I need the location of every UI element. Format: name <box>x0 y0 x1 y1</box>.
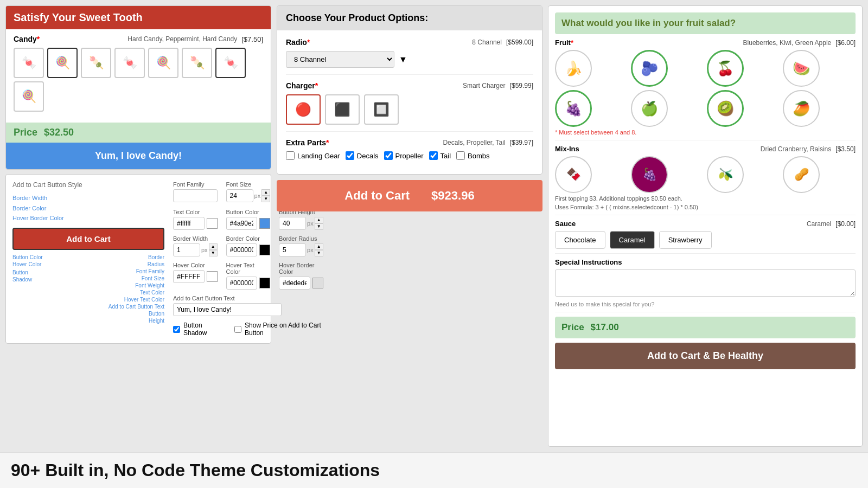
candy-add-to-cart-button[interactable]: Yum, I love Candy! <box>6 143 271 169</box>
add-to-cart-healthy-button[interactable]: Add to Cart & Be Healthy <box>555 343 856 369</box>
hover-color-link[interactable]: Hover Color <box>12 261 43 267</box>
text-color-input[interactable] <box>173 217 205 230</box>
button-text-input[interactable] <box>173 303 282 316</box>
tail-checkbox[interactable] <box>429 151 438 160</box>
charger-img-2[interactable]: ⬛ <box>325 94 360 125</box>
border-color-input[interactable] <box>226 243 258 256</box>
font-size-input[interactable] <box>226 189 253 202</box>
border-width-field: Border Width px ▲ ▼ <box>173 235 218 256</box>
bombs-checkbox[interactable] <box>456 151 465 160</box>
charger-price: [$59.99] <box>510 82 533 89</box>
candy-img-7[interactable]: 🍬 <box>215 48 246 78</box>
fruit-img-cherry[interactable]: 🍒 <box>707 50 744 87</box>
extra-parts-options: Landing Gear Decals Propeller Tail <box>286 151 533 160</box>
fruit-img-banana[interactable]: 🍌 <box>555 50 592 87</box>
add-to-cart-label: Add to Cart <box>344 189 410 203</box>
candy-img-4[interactable]: 🍬 <box>114 48 145 78</box>
charger-img-1[interactable]: 🔴 <box>286 94 321 125</box>
special-instructions-textarea[interactable] <box>555 269 856 297</box>
landing-gear-checkbox[interactable] <box>286 151 295 160</box>
fruit-img-mango[interactable]: 🥭 <box>783 90 820 127</box>
shadow-link[interactable]: Shadow <box>12 277 43 282</box>
special-instructions-note: Need us to make this special for you? <box>555 301 856 307</box>
font-size-down[interactable]: ▼ <box>261 196 270 202</box>
button-color-field: Button Color <box>226 209 271 230</box>
candy-img-5[interactable]: 🍭 <box>148 48 178 78</box>
charger-image-group: 🔴 ⬛ 🔲 <box>286 94 533 125</box>
button-shadow-checkbox[interactable] <box>173 326 180 333</box>
border-width-link[interactable]: Border Width <box>12 193 164 203</box>
candy-img-8[interactable]: 🍭 <box>14 81 44 112</box>
fruit-img-kiwi[interactable]: 🥝 <box>707 90 744 127</box>
button-color-input[interactable] <box>226 217 258 230</box>
candy-img-6[interactable]: 🍡 <box>182 48 212 78</box>
mixin-img-cranberry[interactable]: 🍇 <box>631 156 668 193</box>
font-family-input[interactable] <box>173 189 218 202</box>
text-color-field: Text Color <box>173 209 218 230</box>
border-width-input[interactable] <box>173 243 200 256</box>
hover-color-input[interactable] <box>173 270 205 283</box>
special-instructions-section: Special Instructions Need us to make thi… <box>555 258 856 312</box>
button-color-link[interactable]: Button Color <box>12 254 43 260</box>
fruit-img-grapes[interactable]: 🍇 <box>555 90 592 127</box>
mixin-img-chocolate[interactable]: 🍫 <box>555 156 592 193</box>
font-family-field: Font Family <box>173 181 218 203</box>
text-color-swatch[interactable] <box>207 218 218 229</box>
hover-border-color-link[interactable]: Hover Border Color <box>12 213 164 223</box>
sauce-caramel-button[interactable]: Caramel <box>610 231 655 249</box>
add-to-cart-main-button[interactable]: Add to Cart $923.96 <box>277 180 542 211</box>
font-size-diagram-link[interactable]: Font Size <box>108 275 164 281</box>
charger-img-3[interactable]: 🔲 <box>364 94 399 125</box>
mixins-image-group: 🍫 🍇 🫒 🥜 <box>555 156 856 193</box>
decals-option: Decals <box>346 151 379 160</box>
font-family-diagram-link[interactable]: Font Family <box>108 268 164 274</box>
fruit-img-apple[interactable]: 🍏 <box>631 90 668 127</box>
border-right-link[interactable]: Border <box>108 254 164 260</box>
hover-text-color-input[interactable] <box>226 277 258 290</box>
add-to-cart-btn-text-diagram-link[interactable]: Add to Cart Button Text <box>108 304 164 310</box>
mixins-formula: First topping $3. Additional toppings $0… <box>555 195 856 202</box>
mixin-img-raisins[interactable]: 🫒 <box>707 156 744 193</box>
show-price-checkbox[interactable] <box>234 326 241 333</box>
candy-img-3[interactable]: 🍡 <box>81 48 111 78</box>
sauce-chocolate-button[interactable]: Chocolate <box>555 231 605 249</box>
button-height-diagram-link[interactable]: Button <box>108 311 164 317</box>
bombs-label: Bombs <box>468 152 489 160</box>
mixin-img-nuts[interactable]: 🥜 <box>783 156 820 193</box>
hover-text-color-diagram-link[interactable]: Hover Text Color <box>108 297 164 303</box>
radio-select[interactable]: 8 Channel 10 Channel 16 Channel <box>286 51 394 68</box>
button-color-swatch[interactable] <box>259 218 270 229</box>
candy-price-row: Price $32.50 <box>6 123 271 143</box>
radius-link[interactable]: Radius <box>108 261 164 267</box>
font-size-up[interactable]: ▲ <box>261 189 270 196</box>
border-width-up[interactable]: ▲ <box>209 243 218 250</box>
button-link[interactable]: Button <box>12 269 43 275</box>
propeller-checkbox[interactable] <box>384 151 393 160</box>
sauce-button-group: Chocolate Caramel Strawberry <box>555 231 856 249</box>
sauce-strawberry-button[interactable]: Strawberry <box>659 231 712 249</box>
border-color-link[interactable]: Border Color <box>12 203 164 214</box>
border-width-down[interactable]: ▼ <box>209 250 218 256</box>
radio-info: 8 Channel <box>472 38 502 46</box>
hover-text-color-swatch[interactable] <box>259 278 270 288</box>
font-weight-diagram-link[interactable]: Font Weight <box>108 282 164 288</box>
fruit-price-row: Price $17.00 <box>555 317 856 338</box>
fruit-price-label: Price <box>561 322 584 333</box>
candy-img-2[interactable]: 🍭 <box>47 48 78 78</box>
text-color-diagram-link[interactable]: Text Color <box>108 290 164 296</box>
style-links[interactable]: Border Width Border Color Hover Border C… <box>12 193 164 223</box>
decals-checkbox[interactable] <box>346 151 354 160</box>
fruit-section: Fruit* Blueberries, Kiwi, Green Apple [$… <box>555 38 856 140</box>
border-color-swatch[interactable] <box>259 245 270 255</box>
hover-color-swatch[interactable] <box>207 271 218 282</box>
height-diagram-link[interactable]: Height <box>108 318 164 324</box>
radio-section: Radio* 8 Channel [$599.00] 8 Channel 10 … <box>286 38 533 75</box>
fruit-image-group: 🍌 🫐 🍒 🍉 🍇 🍏 🥝 🥭 <box>555 50 856 127</box>
add-to-cart-preview-button[interactable]: Add to Cart <box>12 228 164 250</box>
fruit-img-watermelon[interactable]: 🍉 <box>783 50 820 87</box>
fruit-img-blueberry[interactable]: 🫐 <box>631 50 668 87</box>
mixins-formula2: Uses Formula: 3 + ( ( mixins.selectedcou… <box>555 204 856 210</box>
extra-parts-section: Extra Parts* Decals, Propeller, Tail [$3… <box>286 138 533 166</box>
candy-label: Candy* <box>14 35 40 43</box>
candy-img-1[interactable]: 🍬 <box>14 48 44 78</box>
